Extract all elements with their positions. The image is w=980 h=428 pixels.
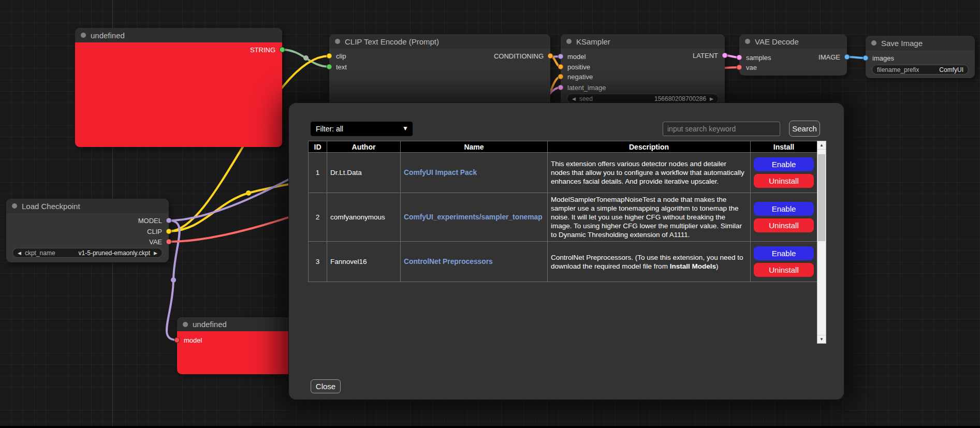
latent-port-dot[interactable]	[558, 85, 564, 91]
wire-string-to-text	[282, 50, 329, 67]
port-label: CONDITIONING	[494, 52, 544, 60]
increment-arrow-icon[interactable]: ▶	[154, 250, 157, 256]
header-id: ID	[309, 141, 327, 153]
close-button[interactable]: Close	[311, 379, 341, 393]
seed-widget[interactable]: ◀ seed 156680208700286 ▶	[567, 94, 719, 104]
positive-port-dot[interactable]	[558, 64, 564, 70]
output-latent[interactable]: LATENT	[561, 52, 725, 59]
node-title-bar[interactable]: KSampler	[561, 34, 725, 49]
output-clip[interactable]: CLIP	[6, 228, 169, 235]
node-vae-decode[interactable]: VAE Decode samples vae IMAGE	[739, 34, 847, 76]
node-title-bar[interactable]: CLIP Text Encode (Prompt)	[329, 34, 550, 49]
node-title: undefined	[193, 320, 227, 329]
vae-port-dot[interactable]	[737, 65, 742, 70]
header-description: Description	[548, 141, 751, 153]
collapse-dot-icon[interactable]	[335, 39, 340, 44]
port-label: positive	[567, 63, 590, 71]
string-port-dot[interactable]	[280, 47, 285, 53]
clip-out-port-dot[interactable]	[166, 229, 172, 234]
input-vae[interactable]: vae	[739, 64, 847, 71]
increment-arrow-icon[interactable]: ▶	[710, 96, 713, 101]
extension-name-cell: ComfyUI_experiments/sampler_tonemap	[401, 193, 548, 242]
enable-button[interactable]: Enable	[754, 246, 814, 260]
port-label: STRING	[250, 46, 275, 54]
node-undefined-top[interactable]: undefined STRING	[75, 28, 282, 147]
canvas-edge	[0, 426, 980, 428]
filter-dropdown[interactable]: Filter: all ▼	[311, 122, 413, 136]
node-title-bar[interactable]: VAE Decode	[739, 34, 847, 49]
extension-link[interactable]: ComfyUI Impact Pack	[404, 169, 477, 176]
extension-description: ControlNet Preprocessors. (To use this e…	[548, 242, 751, 282]
extension-description: ModelSamplerTonemapNoiseTest a node that…	[548, 193, 751, 242]
input-negative[interactable]: negative	[561, 73, 725, 80]
extension-row: 3Fannovel16ControlNet PreprocessorsContr…	[309, 242, 817, 282]
collapse-dot-icon[interactable]	[81, 33, 86, 38]
filename-prefix-widget[interactable]: filename_prefix ComfyUI	[872, 65, 969, 75]
latent-out-port-dot[interactable]	[722, 53, 728, 58]
text-port-dot[interactable]	[327, 64, 332, 70]
collapse-dot-icon[interactable]	[566, 39, 572, 44]
port-label: model	[184, 336, 202, 344]
scroll-up-icon[interactable]: ▲	[817, 141, 826, 150]
uninstall-button[interactable]: Uninstall	[754, 263, 814, 277]
widget-value: 156680208700286	[654, 95, 706, 102]
node-graph-canvas[interactable]: undefined STRING CLIP Text Encode (Promp…	[0, 0, 980, 428]
node-title-bar[interactable]: Load Checkpoint	[6, 199, 169, 213]
input-images[interactable]: images	[866, 54, 975, 62]
scroll-thumb[interactable]	[818, 154, 825, 241]
decrement-arrow-icon[interactable]: ◀	[18, 250, 21, 256]
collapse-dot-icon[interactable]	[183, 322, 188, 327]
filter-select[interactable]: Filter: all	[311, 122, 413, 136]
image-port-dot[interactable]	[844, 54, 850, 60]
node-save-image[interactable]: Save Image images filename_prefix ComfyU…	[866, 36, 975, 78]
node-title: Save Image	[881, 39, 923, 48]
enable-button[interactable]: Enable	[754, 157, 814, 171]
header-install: Install	[751, 141, 817, 153]
extensions-table: ID Author Name Description Install 1Dr.L…	[308, 141, 817, 282]
scroll-down-icon[interactable]: ▼	[817, 335, 826, 343]
search-button[interactable]: Search	[789, 121, 820, 137]
output-image[interactable]: IMAGE	[739, 53, 847, 61]
ckpt-name-widget[interactable]: ◀ ckpt_name v1-5-pruned-emaonly.ckpt ▶	[12, 248, 163, 258]
node-load-checkpoint[interactable]: Load Checkpoint MODEL CLIP VAE ◀ ckpt_na…	[6, 199, 169, 262]
widget-value: ComfyUI	[939, 66, 963, 73]
input-latent-image[interactable]: latent_image	[561, 84, 725, 91]
extension-link[interactable]: ComfyUI_experiments/sampler_tonemap	[404, 213, 543, 221]
collapse-dot-icon[interactable]	[12, 203, 17, 209]
enable-button[interactable]: Enable	[754, 202, 814, 216]
node-title-bar[interactable]: Save Image	[866, 36, 975, 50]
search-input[interactable]	[663, 122, 780, 136]
description-text: ModelSamplerTonemapNoiseTest a node that…	[551, 196, 742, 239]
output-string[interactable]: STRING	[75, 46, 282, 53]
decrement-arrow-icon[interactable]: ◀	[572, 96, 576, 101]
uninstall-button[interactable]: Uninstall	[754, 218, 814, 232]
output-conditioning[interactable]: CONDITIONING	[329, 52, 550, 60]
extension-id: 3	[309, 242, 327, 282]
node-title: VAE Decode	[755, 37, 799, 46]
table-header-row: ID Author Name Description Install	[309, 141, 817, 153]
output-model[interactable]: MODEL	[6, 217, 169, 224]
extension-install-cell: EnableUninstall	[751, 242, 817, 282]
extension-name-cell: ComfyUI Impact Pack	[401, 153, 548, 193]
images-port-dot[interactable]	[863, 55, 869, 61]
extension-row: 2comfyanonymousComfyUI_experiments/sampl…	[309, 193, 817, 242]
model-port-dot[interactable]	[174, 337, 180, 343]
node-title-bar[interactable]: undefined	[75, 28, 282, 42]
port-label: MODEL	[138, 217, 162, 225]
scrollbar[interactable]: ▲ ▼	[817, 141, 826, 344]
port-label: vae	[746, 64, 757, 71]
uninstall-button[interactable]: Uninstall	[754, 174, 814, 188]
input-text[interactable]: text	[329, 63, 550, 70]
collapse-dot-icon[interactable]	[871, 40, 876, 46]
collapse-dot-icon[interactable]	[745, 39, 750, 44]
vae-out-port-dot[interactable]	[166, 239, 172, 245]
extension-link[interactable]: ControlNet Preprocessors	[404, 258, 493, 265]
output-vae[interactable]: VAE	[6, 238, 169, 245]
model-out-port-dot[interactable]	[166, 218, 172, 224]
wire-dot-model	[171, 277, 176, 283]
negative-port-dot[interactable]	[558, 74, 564, 80]
port-label: images	[872, 54, 894, 62]
conditioning-port-dot[interactable]	[548, 53, 553, 59]
node-body-error	[75, 42, 282, 147]
input-positive[interactable]: positive	[561, 63, 725, 70]
